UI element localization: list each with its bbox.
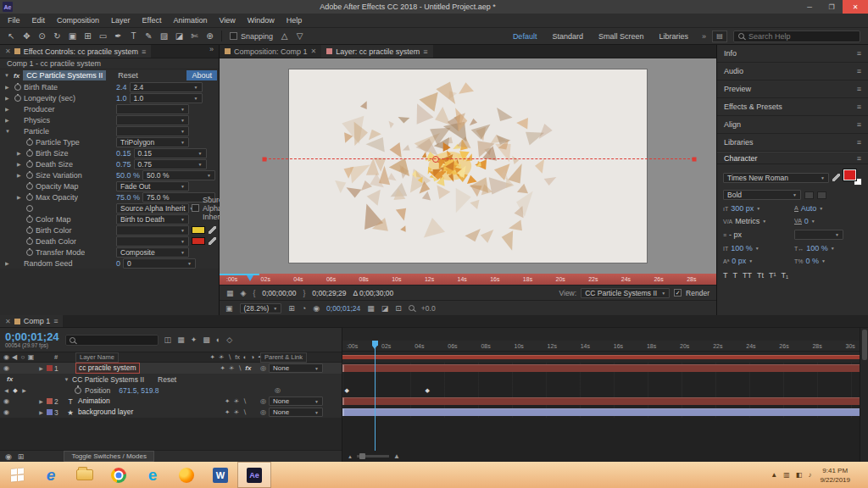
property-dropdown[interactable]: ▼	[116, 104, 189, 114]
layer-viewport[interactable]	[220, 58, 716, 274]
effect-property-row[interactable]: Death Color ▼	[0, 236, 219, 247]
close-tab-icon[interactable]: ✕	[5, 47, 11, 55]
stopwatch-icon[interactable]	[75, 387, 81, 394]
swap-fill-stroke-icon[interactable]	[804, 191, 814, 199]
property-dropdown[interactable]: Composite▼	[116, 247, 189, 258]
panel-menu-icon[interactable]: ≡	[857, 154, 861, 163]
shy-switch-icon[interactable]: ✦	[225, 408, 230, 416]
hide-shy-icon[interactable]: ✦	[191, 336, 198, 344]
stroke-width-value[interactable]: - px	[729, 230, 742, 239]
stopwatch-icon[interactable]	[26, 150, 33, 157]
channels-icon[interactable]: ◔	[302, 304, 306, 313]
style-toggle-button[interactable]: Tt	[757, 271, 764, 280]
stopwatch-icon[interactable]	[26, 227, 33, 234]
property-dropdown[interactable]: ▼	[116, 126, 189, 136]
after-effects-taskbar-icon[interactable]: Ae	[237, 462, 271, 488]
timeline-search[interactable]	[65, 335, 159, 346]
effect-name[interactable]: CC Particle Systems II	[70, 375, 144, 384]
stopwatch-icon[interactable]	[26, 194, 33, 201]
sidebar-panel-header[interactable]: Align ≡	[717, 116, 868, 134]
pickwhip-icon[interactable]: ◎	[260, 397, 266, 405]
motion-blur-switch-icon[interactable]: ◐	[243, 353, 248, 361]
firefox-icon[interactable]	[170, 462, 203, 488]
property-value[interactable]: 75.0 %	[116, 193, 140, 202]
number-column-header[interactable]: #	[54, 353, 65, 361]
sidebar-panel-header[interactable]: Libraries ≡	[717, 134, 868, 152]
panel-menu-icon[interactable]: ≡	[423, 47, 427, 56]
expand-arrow-icon[interactable]	[5, 106, 12, 112]
property-dropdown[interactable]: 50.0 %▼	[142, 170, 215, 180]
effect-property-row[interactable]: Birth Rate 2.4 2.4▼ 2.4	[0, 81, 219, 92]
property-dropdown[interactable]: 0▼	[123, 258, 196, 269]
composition-mini-flowchart-icon[interactable]: ◫	[164, 336, 172, 344]
font-size-value[interactable]: 300 px▼	[731, 204, 760, 213]
property-dropdown[interactable]: Birth to Death▼	[116, 214, 189, 225]
property-label[interactable]: Position	[85, 386, 110, 395]
collapse-switch-icon[interactable]: ☀	[233, 408, 239, 416]
stopwatch-icon[interactable]	[26, 205, 33, 212]
sidebar-panel-header[interactable]: Preview ≡	[717, 80, 868, 98]
effect-property-row[interactable]: Color Map Birth to Death Birth to Death▼…	[0, 214, 219, 225]
layer-row[interactable]: ◉ ▶ 3 ★ background layer ✦☀∖ ◎None▼	[0, 407, 342, 418]
solo-icon[interactable]: ○	[19, 353, 26, 361]
effect-property-row[interactable]: Death Size 0.75 0.75▼ 0.75	[0, 158, 219, 169]
taskbar-clock[interactable]: 9:41 PM 9/22/2019	[820, 466, 850, 485]
property-dropdown[interactable]: ▼	[116, 115, 189, 125]
effect-property-row[interactable]: Source Alpha Inherit Source Alpha Inheri…	[0, 202, 219, 214]
menu-item[interactable]: Window	[242, 14, 281, 27]
effect-property-row[interactable]: Random Seed 0 0▼ 0	[0, 258, 219, 269]
effect-expand-arrow[interactable]: ▼	[3, 73, 10, 78]
workspace-menu-icon[interactable]: ▤	[712, 30, 727, 42]
quality-icon[interactable]: ∖	[227, 353, 231, 361]
transparency-grid-icon[interactable]: ▦	[367, 304, 375, 313]
effect-property-row[interactable]: Size Variation 50.0 % 50.0 %▼ 50.0 %	[0, 169, 219, 180]
effect-expand-arrow[interactable]: ▼	[63, 377, 70, 382]
property-value[interactable]: 2.4	[116, 83, 127, 92]
snapping-checkbox[interactable]	[230, 32, 237, 40]
snapping-control[interactable]: Snapping	[230, 32, 273, 41]
snapshot-icon[interactable]: ◉	[313, 304, 320, 313]
playhead[interactable]	[375, 341, 376, 451]
layer-track[interactable]	[342, 396, 860, 407]
eyedropper-icon[interactable]	[209, 226, 216, 234]
quality-switch-icon[interactable]: ∖	[238, 364, 242, 372]
stroke-style-dropdown[interactable]: ▼	[794, 230, 843, 240]
panel-menu-icon[interactable]: ≡	[857, 120, 861, 129]
restore-button[interactable]: ❐	[821, 0, 843, 14]
horizontal-scale-value[interactable]: 100 %▼	[806, 244, 834, 252]
position-property-row[interactable]: ◀◆▶ Position 671.5, 519.8 ◎	[0, 385, 342, 396]
menu-item[interactable]: Layer	[105, 14, 136, 27]
type-tool-icon[interactable]: T	[126, 29, 141, 44]
shy-switch-icon[interactable]: ✦	[225, 397, 230, 405]
pickwhip-icon[interactable]: ◎	[260, 408, 266, 416]
effect-property-row[interactable]: Transfer Mode Composite Composite▼ Compo…	[0, 247, 219, 258]
region-of-interest-icon[interactable]: ⊡	[395, 304, 402, 313]
selection-tool-icon[interactable]: ↖	[4, 29, 19, 44]
style-toggle-button[interactable]: T₁	[782, 271, 789, 280]
layer-expand-arrow[interactable]: ▶	[37, 365, 45, 371]
composition-marker-icon[interactable]: ◉	[5, 452, 12, 461]
property-dropdown[interactable]: ▼	[116, 236, 189, 247]
fx-icon[interactable]: fx	[235, 353, 240, 361]
current-time-display[interactable]: 0;00;01;24	[5, 331, 59, 342]
composition-tab[interactable]: Composition: Comp 1 ✕	[220, 45, 321, 58]
expand-arrow-icon[interactable]	[17, 150, 24, 156]
font-style-dropdown[interactable]: Bold▼	[723, 190, 801, 200]
tray-action-center-icon[interactable]: ▥	[783, 471, 790, 479]
shy-icon[interactable]: ✦	[209, 353, 214, 361]
puppet-pin-tool-icon[interactable]: ⊕	[203, 29, 217, 44]
tray-expand-icon[interactable]: ▲	[771, 471, 777, 479]
pickwhip-icon[interactable]: ◎	[275, 386, 281, 394]
effect-reset-button[interactable]: Reset	[158, 375, 176, 384]
layer-canvas[interactable]	[289, 69, 647, 263]
layer-controls-icon[interactable]: ◈	[241, 289, 247, 297]
prev-keyframe-icon[interactable]: ◀	[3, 387, 10, 394]
parent-dropdown[interactable]: None▼	[269, 408, 323, 417]
next-keyframe-icon[interactable]: ▶	[20, 387, 28, 394]
timeline-scrollbar[interactable]	[860, 328, 868, 462]
label-color-chip[interactable]	[47, 365, 53, 371]
style-toggle-button[interactable]: T	[723, 271, 728, 280]
motion-blur-icon[interactable]: ◐	[216, 336, 220, 344]
stopwatch-icon[interactable]	[14, 84, 21, 91]
effect-name[interactable]: CC Particle Systems II	[23, 70, 106, 80]
